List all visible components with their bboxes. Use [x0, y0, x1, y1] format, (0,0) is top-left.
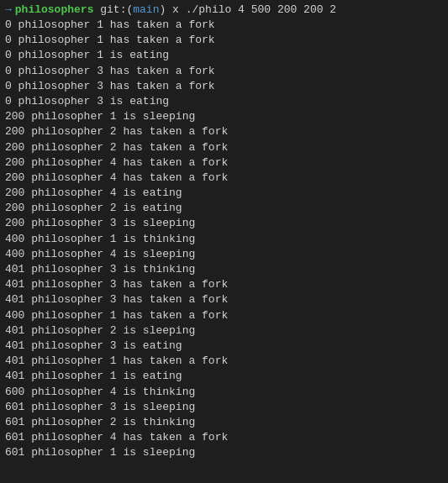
output-line: 401 philosopher 1 is eating [5, 369, 443, 384]
output-line: 0 philosopher 1 has taken a fork [5, 18, 443, 33]
prompt-branch-open: ( [126, 3, 133, 16]
output-line: 401 philosopher 3 has taken a fork [5, 292, 443, 307]
output-line: 401 philosopher 3 has taken a fork [5, 277, 443, 292]
output-line: 200 philosopher 4 is eating [5, 186, 443, 201]
prompt-branch-close: ) [159, 3, 166, 16]
output-line: 401 philosopher 1 has taken a fork [5, 354, 443, 369]
output-line: 601 philosopher 1 is sleeping [5, 445, 443, 460]
output-container: 0 philosopher 1 has taken a fork0 philos… [5, 18, 443, 460]
output-line: 0 philosopher 3 has taken a fork [5, 64, 443, 79]
output-line: 401 philosopher 3 is thinking [5, 262, 443, 277]
output-line: 400 philosopher 1 is thinking [5, 232, 443, 247]
output-line: 200 philosopher 2 has taken a fork [5, 124, 443, 139]
output-line: 400 philosopher 1 has taken a fork [5, 308, 443, 323]
output-line: 601 philosopher 2 is thinking [5, 415, 443, 430]
output-line: 601 philosopher 3 is sleeping [5, 400, 443, 415]
output-line: 200 philosopher 2 has taken a fork [5, 140, 443, 155]
output-line: 200 philosopher 1 is sleeping [5, 109, 443, 124]
output-line: 0 philosopher 1 has taken a fork [5, 33, 443, 48]
prompt-branch: main [133, 3, 159, 16]
output-line: 0 philosopher 3 is eating [5, 94, 443, 109]
output-line: 401 philosopher 3 is eating [5, 339, 443, 354]
output-line: 400 philosopher 4 is sleeping [5, 247, 443, 262]
output-line: 601 philosopher 4 has taken a fork [5, 430, 443, 445]
output-line: 200 philosopher 2 is eating [5, 201, 443, 216]
output-line: 200 philosopher 4 has taken a fork [5, 171, 443, 186]
output-line: 200 philosopher 4 has taken a fork [5, 155, 443, 171]
output-line: 401 philosopher 2 is sleeping [5, 323, 443, 339]
output-line: 0 philosopher 1 is eating [5, 48, 443, 63]
output-line: 0 philosopher 3 has taken a fork [5, 79, 443, 94]
prompt-directory: philosophers [15, 3, 94, 16]
output-line: 200 philosopher 3 is sleeping [5, 216, 443, 231]
prompt-command: x ./philo 4 500 200 200 2 [166, 3, 336, 16]
prompt-line: → philosophers git: ( main ) x ./philo 4… [5, 3, 443, 16]
terminal-window: → philosophers git: ( main ) x ./philo 4… [0, 0, 448, 483]
output-line: 600 philosopher 4 is thinking [5, 385, 443, 400]
prompt-arrow-icon: → [5, 3, 12, 16]
prompt-git-label: git: [93, 3, 126, 16]
